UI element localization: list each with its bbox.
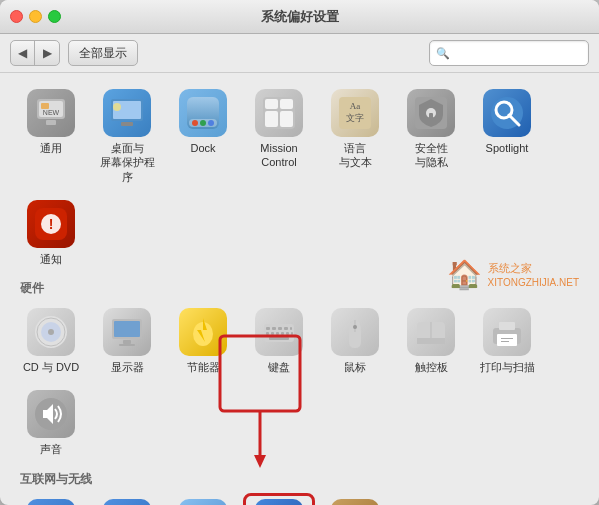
icon-icloud[interactable]: iCloud [15,493,87,505]
svg-rect-41 [266,327,270,330]
svg-rect-56 [417,338,445,344]
svg-rect-47 [271,332,274,335]
minimize-button[interactable] [29,10,42,23]
language-icon: Aa文字 [331,89,379,137]
network-icon [179,499,227,505]
forward-button[interactable]: ▶ [35,41,59,65]
icon-dock[interactable]: Dock [167,83,239,190]
icon-cd[interactable]: CD 与 DVD [15,302,87,380]
icon-mail[interactable]: @ 邮件、通讯录、日历 [91,493,163,505]
svg-rect-61 [501,338,513,339]
nav-arrows: ◀ ▶ [10,40,60,66]
keyboard-label: 键盘 [268,360,290,374]
icon-trackpad[interactable]: 触控板 [395,302,467,380]
search-box[interactable]: 🔍 [429,40,589,66]
icon-spotlight[interactable]: Spotlight [471,83,543,190]
svg-rect-51 [291,332,293,335]
icon-print[interactable]: 打印与扫描 [471,302,543,380]
monitor-icon [103,308,151,356]
svg-rect-15 [265,99,278,109]
svg-rect-52 [269,337,289,340]
icon-sound[interactable]: 声音 [15,384,87,462]
sound-label: 声音 [40,442,62,456]
icon-mouse[interactable]: 鼠标 [319,302,391,380]
svg-rect-38 [119,344,135,346]
svg-rect-60 [499,322,515,330]
svg-text:NEW: NEW [43,109,60,116]
energy-label: 节能器 [187,360,220,374]
general-icon: NEW [27,89,75,137]
icon-security[interactable]: 安全性与隐私 [395,83,467,190]
svg-point-11 [192,120,198,126]
svg-point-13 [208,120,214,126]
icon-notify[interactable]: ! 通知 [15,194,87,272]
sound-icon [27,390,75,438]
mouse-icon [331,308,379,356]
traffic-lights [10,10,61,23]
icon-network[interactable]: 网络 [167,493,239,505]
svg-rect-45 [290,327,292,330]
icon-monitor[interactable]: 显示器 [91,302,163,380]
back-button[interactable]: ◀ [11,41,35,65]
main-window: 系统偏好设置 ◀ ▶ 全部显示 🔍 NEW 通用 [0,0,599,505]
svg-rect-59 [497,334,517,346]
svg-text:!: ! [49,216,54,232]
svg-rect-4 [46,120,56,125]
nav-bar: ◀ ▶ 全部显示 🔍 [0,34,599,73]
search-input[interactable] [453,46,582,60]
svg-rect-16 [280,99,293,109]
icon-bluetooth[interactable]: 蓝牙 [243,493,315,505]
cd-label: CD 与 DVD [23,360,79,374]
show-all-button[interactable]: 全部显示 [68,40,138,66]
svg-point-7 [113,103,121,111]
svg-rect-46 [266,332,269,335]
icon-general[interactable]: NEW 通用 [15,83,87,190]
trackpad-icon [407,308,455,356]
icon-share[interactable]: 共享 [319,493,391,505]
svg-rect-17 [265,111,278,127]
svg-rect-50 [286,332,289,335]
desktop-label: 桌面与屏幕保护程序 [95,141,159,184]
icon-language[interactable]: Aa文字 语言与文本 [319,83,391,190]
svg-rect-62 [501,341,509,342]
hardware-section: CD 与 DVD 显示器 节能器 [15,302,584,463]
svg-rect-8 [121,122,133,126]
language-label: 语言与文本 [339,141,372,170]
title-bar: 系统偏好设置 [0,0,599,34]
security-label: 安全性与隐私 [415,141,448,170]
spotlight-icon [483,89,531,137]
svg-point-12 [200,120,206,126]
notify-icon: ! [27,200,75,248]
energy-icon [179,308,227,356]
desktop-icon [103,89,151,137]
icon-mission[interactable]: MissionControl [243,83,315,190]
mouse-label: 鼠标 [344,360,366,374]
bluetooth-icon [255,499,303,505]
cd-icon [27,308,75,356]
svg-rect-48 [276,332,279,335]
print-label: 打印与扫描 [480,360,535,374]
svg-text:Aa: Aa [350,101,361,111]
content-area: NEW 通用 桌面与屏幕保护程序 Dock [0,73,599,505]
share-icon [331,499,379,505]
svg-rect-42 [272,327,276,330]
svg-rect-18 [280,111,293,127]
internet-section: iCloud @ 邮件、通讯录、日历 网络 [15,493,584,505]
icon-energy[interactable]: 节能器 [167,302,239,380]
print-icon [483,308,531,356]
svg-rect-24 [429,113,433,119]
icon-keyboard[interactable]: 键盘 [243,302,315,380]
maximize-button[interactable] [48,10,61,23]
security-icon [407,89,455,137]
close-button[interactable] [10,10,23,23]
notify-label: 通知 [40,252,62,266]
svg-rect-49 [281,332,284,335]
search-icon: 🔍 [436,47,450,60]
svg-rect-37 [123,340,131,344]
dock-icon [179,89,227,137]
svg-rect-43 [278,327,282,330]
hardware-section-label: 硬件 [20,280,584,297]
mission-label: MissionControl [260,141,297,170]
icon-desktop[interactable]: 桌面与屏幕保护程序 [91,83,163,190]
mail-icon: @ [103,499,151,505]
